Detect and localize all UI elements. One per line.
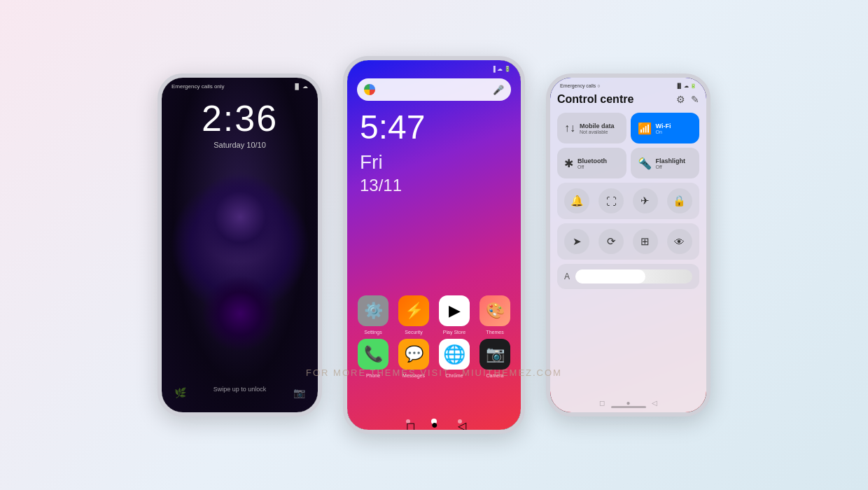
mobile-data-tile[interactable]: ↑↓ Mobile data Not available: [557, 113, 626, 144]
nav-home[interactable]: ●: [431, 419, 437, 424]
wifi-text: Wi-Fi On: [656, 122, 671, 134]
mic-icon[interactable]: 🎤: [493, 85, 504, 95]
phone2-screen: ▐ ☁ 🔋 🎤 5:47 Fri 13/11 ⚙️ Settings: [347, 60, 521, 430]
google-logo: [364, 84, 375, 95]
list-item[interactable]: 🌐 Chrome: [439, 339, 470, 370]
phone1-statusbar: Emergency calls only ▐▌ ☁: [162, 83, 318, 90]
phones-container: FOR MORE THEMES VISIT - MIUITHEMEZ.COM E…: [158, 56, 710, 434]
chrome-label: Chrome: [446, 373, 463, 378]
settings-label: Settings: [364, 330, 382, 335]
control-tiles-top: ↑↓ Mobile data Not available 📶 Wi-Fi On: [557, 113, 699, 144]
messages-app-icon[interactable]: 💬: [398, 339, 429, 370]
phone1-screen: Emergency calls only ▐▌ ☁ 2:36 Saturday …: [162, 78, 318, 412]
brightness-row: A: [557, 264, 699, 289]
bluetooth-tile[interactable]: ✱ Bluetooth Off: [557, 148, 626, 178]
airplane-button[interactable]: ✈: [633, 188, 658, 214]
flashlight-title: Flashlight: [656, 158, 686, 164]
nav-square[interactable]: ◻: [406, 419, 410, 424]
list-item[interactable]: ⚡ Security: [398, 295, 429, 326]
themes-label: Themes: [486, 330, 503, 335]
bluetooth-icon: ✱: [564, 157, 573, 170]
messages-label: Messages: [402, 373, 425, 378]
apps-row-1: ⚙️ Settings ⚡ Security ▶ Play Store 🎨 Th…: [358, 295, 510, 326]
control-row-1: 🔔 ⛶ ✈ 🔒: [557, 183, 699, 219]
mobile-data-text: Mobile data Not available: [580, 122, 615, 134]
list-item[interactable]: 🎨 Themes: [479, 295, 510, 326]
bluetooth-sub: Off: [578, 164, 607, 169]
nav3-home[interactable]: ●: [626, 399, 630, 407]
flashlight-sub: Off: [656, 164, 686, 169]
phone2-statusbar: ▐ ☁ 🔋: [347, 66, 521, 72]
themes-app-icon[interactable]: 🎨: [479, 295, 510, 326]
signal-icons: ▐▌ ☁: [293, 83, 308, 90]
apps-row-2: 📞 Phone 💬 Messages 🌐 Chrome 📷 Camera: [358, 339, 510, 370]
bluetooth-text: Bluetooth Off: [578, 158, 607, 169]
rotate-button[interactable]: ⟳: [598, 229, 624, 254]
home-time: 5:47: [360, 111, 425, 144]
wifi-title: Wi-Fi: [656, 122, 671, 130]
phone-lockscreen: Emergency calls only ▐▌ ☁ 2:36 Saturday …: [158, 74, 322, 416]
circle-top: [195, 172, 286, 262]
brightness-slider[interactable]: [575, 270, 692, 284]
wifi-sub: On: [656, 130, 671, 134]
google-search-bar[interactable]: 🎤: [357, 78, 511, 101]
list-item[interactable]: 📷 Camera: [479, 339, 510, 370]
playstore-label: Play Store: [443, 330, 465, 335]
phone-controlcentre: Emergency calls ○ ▐▌ ☁ 🔋 Control centre …: [546, 74, 710, 416]
brightness-label: A: [564, 272, 570, 281]
wifi-icon: 📶: [638, 122, 652, 135]
mobile-data-sub: Not available: [580, 130, 615, 134]
phone-homescreen: ▐ ☁ 🔋 🎤 5:47 Fri 13/11 ⚙️ Settings: [343, 56, 525, 434]
camera-icon: 📷: [293, 387, 305, 398]
control-header: Control centre ⚙ ✎: [557, 93, 699, 106]
expand-button[interactable]: ⊞: [633, 229, 658, 254]
phone3-screen: Emergency calls ○ ▐▌ ☁ 🔋 Control centre …: [550, 78, 706, 412]
chrome-app-icon[interactable]: 🌐: [439, 339, 470, 370]
list-item[interactable]: ▶ Play Store: [439, 295, 470, 326]
playstore-app-icon[interactable]: ▶: [439, 295, 470, 326]
phone-app-icon[interactable]: 📞: [358, 339, 388, 370]
nav-back[interactable]: ◁: [458, 419, 462, 424]
edit-icon[interactable]: ✎: [691, 94, 699, 105]
flashlight-tile[interactable]: 🔦 Flashlight Off: [631, 148, 700, 178]
flashlight-icon: 🔦: [638, 157, 652, 170]
app-grid: ⚙️ Settings ⚡ Security ▶ Play Store 🎨 Th…: [347, 295, 521, 374]
camera2-app-icon[interactable]: 📷: [479, 339, 510, 370]
security-app-icon[interactable]: ⚡: [398, 295, 429, 326]
lockscreen-date: Saturday 10/10: [162, 141, 318, 149]
mobile-data-icon: ↑↓: [564, 122, 575, 134]
wifi-tile[interactable]: 📶 Wi-Fi On: [631, 113, 700, 144]
nav3-square[interactable]: ◻: [599, 399, 605, 407]
navigation-button[interactable]: ➤: [564, 229, 589, 254]
phone2-status-icons: ▐ ☁ 🔋: [491, 66, 511, 72]
lockscreen-time: 2:36: [162, 97, 318, 139]
bell-button[interactable]: 🔔: [564, 188, 589, 214]
home-day: Fri: [360, 151, 383, 174]
phone3-navbar: ◻ ● ◁: [550, 399, 706, 407]
control-content: Control centre ⚙ ✎ ↑↓ Mobile data Not av…: [550, 78, 706, 412]
phone2-navbar: ◻ ● ◁: [347, 419, 521, 424]
screen-mirror-button[interactable]: ⛶: [598, 188, 624, 214]
control-header-icons: ⚙ ✎: [676, 94, 699, 105]
control-row-2: ➤ ⟳ ⊞ 👁: [557, 223, 699, 260]
circle-bottom: [202, 275, 279, 352]
lock-button[interactable]: 🔒: [667, 188, 692, 214]
list-item[interactable]: 💬 Messages: [398, 339, 429, 370]
torch-icon: 🌿: [174, 387, 186, 398]
control-centre-title: Control centre: [557, 93, 634, 106]
list-item[interactable]: ⚙️ Settings: [358, 295, 388, 326]
control-tiles-bottom: ✱ Bluetooth Off 🔦 Flashlight Off: [557, 148, 699, 178]
emergency-text: Emergency calls only: [172, 83, 225, 90]
camera2-label: Camera: [486, 373, 504, 378]
flashlight-text: Flashlight Off: [656, 158, 686, 169]
home-date: 13/11: [360, 176, 402, 195]
phone-label: Phone: [366, 373, 380, 378]
nav3-back[interactable]: ◁: [652, 399, 657, 407]
settings-app-icon[interactable]: ⚙️: [358, 295, 388, 326]
eye-button[interactable]: 👁: [667, 229, 692, 254]
bluetooth-title: Bluetooth: [578, 158, 607, 164]
settings-icon[interactable]: ⚙: [676, 94, 685, 105]
brightness-fill: [575, 270, 645, 284]
list-item[interactable]: 📞 Phone: [358, 339, 388, 370]
mobile-data-title: Mobile data: [580, 122, 615, 130]
